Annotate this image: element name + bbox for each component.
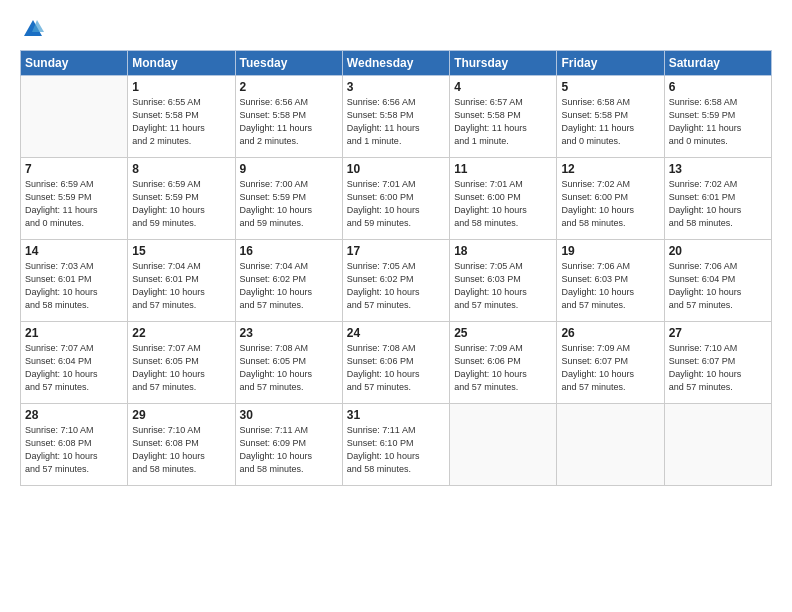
day-header-thursday: Thursday: [450, 51, 557, 76]
calendar-cell: 5Sunrise: 6:58 AM Sunset: 5:58 PM Daylig…: [557, 76, 664, 158]
day-number: 9: [240, 162, 338, 176]
day-number: 6: [669, 80, 767, 94]
calendar-cell: 12Sunrise: 7:02 AM Sunset: 6:00 PM Dayli…: [557, 158, 664, 240]
day-info: Sunrise: 7:10 AM Sunset: 6:07 PM Dayligh…: [669, 342, 767, 394]
calendar-cell: 21Sunrise: 7:07 AM Sunset: 6:04 PM Dayli…: [21, 322, 128, 404]
day-info: Sunrise: 7:08 AM Sunset: 6:06 PM Dayligh…: [347, 342, 445, 394]
day-info: Sunrise: 6:57 AM Sunset: 5:58 PM Dayligh…: [454, 96, 552, 148]
day-info: Sunrise: 7:03 AM Sunset: 6:01 PM Dayligh…: [25, 260, 123, 312]
day-info: Sunrise: 6:55 AM Sunset: 5:58 PM Dayligh…: [132, 96, 230, 148]
day-number: 19: [561, 244, 659, 258]
logo-icon: [22, 18, 44, 40]
logo: [20, 18, 44, 40]
calendar-cell: 10Sunrise: 7:01 AM Sunset: 6:00 PM Dayli…: [342, 158, 449, 240]
calendar-cell: 29Sunrise: 7:10 AM Sunset: 6:08 PM Dayli…: [128, 404, 235, 486]
day-number: 25: [454, 326, 552, 340]
day-info: Sunrise: 7:00 AM Sunset: 5:59 PM Dayligh…: [240, 178, 338, 230]
calendar-cell: 8Sunrise: 6:59 AM Sunset: 5:59 PM Daylig…: [128, 158, 235, 240]
calendar-cell: 30Sunrise: 7:11 AM Sunset: 6:09 PM Dayli…: [235, 404, 342, 486]
day-number: 17: [347, 244, 445, 258]
day-number: 7: [25, 162, 123, 176]
day-number: 2: [240, 80, 338, 94]
calendar-cell: 16Sunrise: 7:04 AM Sunset: 6:02 PM Dayli…: [235, 240, 342, 322]
day-info: Sunrise: 7:06 AM Sunset: 6:04 PM Dayligh…: [669, 260, 767, 312]
day-info: Sunrise: 7:05 AM Sunset: 6:03 PM Dayligh…: [454, 260, 552, 312]
day-number: 29: [132, 408, 230, 422]
calendar-cell: 4Sunrise: 6:57 AM Sunset: 5:58 PM Daylig…: [450, 76, 557, 158]
day-number: 14: [25, 244, 123, 258]
day-info: Sunrise: 7:01 AM Sunset: 6:00 PM Dayligh…: [454, 178, 552, 230]
day-header-monday: Monday: [128, 51, 235, 76]
day-info: Sunrise: 7:11 AM Sunset: 6:09 PM Dayligh…: [240, 424, 338, 476]
day-info: Sunrise: 7:10 AM Sunset: 6:08 PM Dayligh…: [132, 424, 230, 476]
day-header-saturday: Saturday: [664, 51, 771, 76]
calendar-cell: 18Sunrise: 7:05 AM Sunset: 6:03 PM Dayli…: [450, 240, 557, 322]
day-info: Sunrise: 7:10 AM Sunset: 6:08 PM Dayligh…: [25, 424, 123, 476]
day-number: 18: [454, 244, 552, 258]
day-number: 11: [454, 162, 552, 176]
day-info: Sunrise: 7:09 AM Sunset: 6:07 PM Dayligh…: [561, 342, 659, 394]
day-number: 16: [240, 244, 338, 258]
day-info: Sunrise: 7:05 AM Sunset: 6:02 PM Dayligh…: [347, 260, 445, 312]
calendar-cell: [450, 404, 557, 486]
day-info: Sunrise: 6:59 AM Sunset: 5:59 PM Dayligh…: [132, 178, 230, 230]
day-info: Sunrise: 6:56 AM Sunset: 5:58 PM Dayligh…: [347, 96, 445, 148]
day-info: Sunrise: 7:09 AM Sunset: 6:06 PM Dayligh…: [454, 342, 552, 394]
day-number: 8: [132, 162, 230, 176]
day-number: 15: [132, 244, 230, 258]
day-header-wednesday: Wednesday: [342, 51, 449, 76]
calendar-cell: 23Sunrise: 7:08 AM Sunset: 6:05 PM Dayli…: [235, 322, 342, 404]
day-header-tuesday: Tuesday: [235, 51, 342, 76]
day-number: 20: [669, 244, 767, 258]
day-number: 13: [669, 162, 767, 176]
calendar-cell: 22Sunrise: 7:07 AM Sunset: 6:05 PM Dayli…: [128, 322, 235, 404]
day-info: Sunrise: 6:59 AM Sunset: 5:59 PM Dayligh…: [25, 178, 123, 230]
day-number: 1: [132, 80, 230, 94]
day-info: Sunrise: 6:56 AM Sunset: 5:58 PM Dayligh…: [240, 96, 338, 148]
day-info: Sunrise: 6:58 AM Sunset: 5:59 PM Dayligh…: [669, 96, 767, 148]
calendar-cell: 17Sunrise: 7:05 AM Sunset: 6:02 PM Dayli…: [342, 240, 449, 322]
calendar-cell: [664, 404, 771, 486]
calendar-page: SundayMondayTuesdayWednesdayThursdayFrid…: [0, 0, 792, 612]
calendar-cell: 1Sunrise: 6:55 AM Sunset: 5:58 PM Daylig…: [128, 76, 235, 158]
calendar-cell: 31Sunrise: 7:11 AM Sunset: 6:10 PM Dayli…: [342, 404, 449, 486]
calendar-cell: 27Sunrise: 7:10 AM Sunset: 6:07 PM Dayli…: [664, 322, 771, 404]
calendar-cell: 15Sunrise: 7:04 AM Sunset: 6:01 PM Dayli…: [128, 240, 235, 322]
day-number: 21: [25, 326, 123, 340]
calendar-cell: 13Sunrise: 7:02 AM Sunset: 6:01 PM Dayli…: [664, 158, 771, 240]
day-number: 23: [240, 326, 338, 340]
day-info: Sunrise: 7:11 AM Sunset: 6:10 PM Dayligh…: [347, 424, 445, 476]
calendar-cell: 25Sunrise: 7:09 AM Sunset: 6:06 PM Dayli…: [450, 322, 557, 404]
header: [20, 18, 772, 40]
calendar-cell: 7Sunrise: 6:59 AM Sunset: 5:59 PM Daylig…: [21, 158, 128, 240]
calendar-cell: 11Sunrise: 7:01 AM Sunset: 6:00 PM Dayli…: [450, 158, 557, 240]
calendar-cell: 28Sunrise: 7:10 AM Sunset: 6:08 PM Dayli…: [21, 404, 128, 486]
day-number: 26: [561, 326, 659, 340]
calendar-cell: 2Sunrise: 6:56 AM Sunset: 5:58 PM Daylig…: [235, 76, 342, 158]
day-info: Sunrise: 6:58 AM Sunset: 5:58 PM Dayligh…: [561, 96, 659, 148]
day-info: Sunrise: 7:04 AM Sunset: 6:02 PM Dayligh…: [240, 260, 338, 312]
day-number: 27: [669, 326, 767, 340]
day-number: 4: [454, 80, 552, 94]
calendar-table: SundayMondayTuesdayWednesdayThursdayFrid…: [20, 50, 772, 486]
day-info: Sunrise: 7:02 AM Sunset: 6:00 PM Dayligh…: [561, 178, 659, 230]
day-info: Sunrise: 7:07 AM Sunset: 6:05 PM Dayligh…: [132, 342, 230, 394]
calendar-cell: 6Sunrise: 6:58 AM Sunset: 5:59 PM Daylig…: [664, 76, 771, 158]
calendar-cell: 26Sunrise: 7:09 AM Sunset: 6:07 PM Dayli…: [557, 322, 664, 404]
day-info: Sunrise: 7:06 AM Sunset: 6:03 PM Dayligh…: [561, 260, 659, 312]
day-info: Sunrise: 7:04 AM Sunset: 6:01 PM Dayligh…: [132, 260, 230, 312]
calendar-cell: [21, 76, 128, 158]
day-number: 31: [347, 408, 445, 422]
calendar-cell: 14Sunrise: 7:03 AM Sunset: 6:01 PM Dayli…: [21, 240, 128, 322]
day-number: 10: [347, 162, 445, 176]
calendar-cell: 9Sunrise: 7:00 AM Sunset: 5:59 PM Daylig…: [235, 158, 342, 240]
day-number: 22: [132, 326, 230, 340]
day-info: Sunrise: 7:01 AM Sunset: 6:00 PM Dayligh…: [347, 178, 445, 230]
day-info: Sunrise: 7:02 AM Sunset: 6:01 PM Dayligh…: [669, 178, 767, 230]
calendar-cell: 20Sunrise: 7:06 AM Sunset: 6:04 PM Dayli…: [664, 240, 771, 322]
calendar-cell: 3Sunrise: 6:56 AM Sunset: 5:58 PM Daylig…: [342, 76, 449, 158]
day-number: 12: [561, 162, 659, 176]
calendar-cell: 24Sunrise: 7:08 AM Sunset: 6:06 PM Dayli…: [342, 322, 449, 404]
calendar-cell: 19Sunrise: 7:06 AM Sunset: 6:03 PM Dayli…: [557, 240, 664, 322]
day-number: 24: [347, 326, 445, 340]
